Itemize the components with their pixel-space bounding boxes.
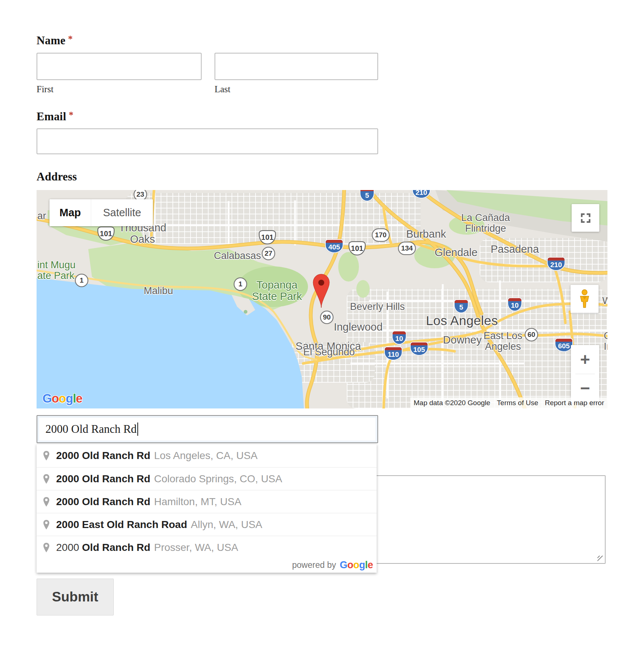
map-type-map-button[interactable]: Map	[49, 199, 91, 226]
map-city-label: Los Angeles	[426, 314, 498, 327]
fullscreen-button[interactable]	[572, 204, 599, 232]
map-city-label: Glendale	[435, 247, 477, 258]
last-name-input[interactable]	[215, 53, 378, 80]
address-input-value: 2000 Old Ranch Rd	[45, 422, 137, 436]
google-logo[interactable]: Google	[42, 391, 82, 406]
last-sublabel: Last	[215, 84, 230, 94]
address-autocomplete-dropdown: 2000 Old Ranch RdLos Angeles, CA, USA200…	[37, 444, 377, 573]
powered-by-text: powered by	[292, 560, 336, 570]
map-city-label: int Mugu ate Park	[37, 260, 76, 281]
route-badge: 1	[234, 277, 247, 291]
suggestion-main-text: 2000 Old Ranch Rd	[56, 473, 150, 485]
google-logo: Google	[340, 559, 373, 571]
first-sublabel: First	[37, 84, 54, 94]
route-badge: 27	[262, 247, 275, 260]
map-city-label: Malibu	[144, 286, 173, 296]
pegman-icon	[577, 289, 592, 308]
email-required-asterisk: *	[69, 110, 73, 120]
google-map[interactable]: 2310110127405101517013421021051010606051…	[37, 190, 607, 408]
email-label-text: Email	[37, 110, 66, 123]
map-city-label: La Cañada Flintridge	[461, 213, 510, 234]
map-city-label: Calabasas	[214, 251, 261, 261]
textarea-resize-grip-icon[interactable]	[597, 556, 603, 562]
name-label: Name*	[37, 34, 73, 47]
map-attribution: Map data ©2020 Google Terms of Use Repor…	[410, 397, 607, 408]
zoom-control: + −	[571, 345, 599, 403]
map-city-label: Topanga State Park	[252, 279, 302, 302]
map-city-label: ar	[37, 211, 46, 221]
map-city-label: Pasadena	[491, 244, 539, 255]
route-badge: 170	[372, 228, 390, 242]
map-city-label: Burbank	[406, 228, 446, 240]
autocomplete-suggestion[interactable]: 2000 Old Ranch RdHamilton, MT, USA	[37, 490, 377, 513]
location-pin-icon	[43, 451, 49, 460]
map-city-label: W	[602, 296, 607, 306]
suggestion-main-text: 2000 East Old Ranch Road	[56, 519, 187, 531]
pegman-button[interactable]	[571, 285, 599, 313]
map-type-satellite-button[interactable]: Satellite	[91, 199, 153, 226]
location-pin-icon	[43, 520, 49, 529]
suggestion-secondary-text: Allyn, WA, USA	[191, 519, 262, 531]
email-input[interactable]	[37, 128, 378, 154]
submit-button[interactable]: Submit	[37, 579, 114, 615]
powered-by-google: powered byGoogle	[37, 559, 377, 573]
route-badge: 60	[525, 328, 538, 341]
name-required-asterisk: *	[68, 34, 73, 44]
autocomplete-suggestion[interactable]: 2000 Old Ranch RdColorado Springs, CO, U…	[37, 467, 377, 490]
address-label-text: Address	[37, 170, 77, 183]
autocomplete-suggestion[interactable]: 2000 Old Ranch RdLos Angeles, CA, USA	[37, 444, 377, 467]
suggestion-main-text: 2000 Old Ranch Rd	[56, 542, 150, 553]
autocomplete-suggestion[interactable]: 2000 East Old Ranch RoadAllyn, WA, USA	[37, 513, 377, 536]
suggestion-secondary-text: Los Angeles, CA, USA	[154, 450, 257, 462]
route-badge: 90	[320, 311, 333, 324]
fullscreen-icon	[579, 212, 592, 224]
suggestion-secondary-text: Prosser, WA, USA	[154, 542, 238, 553]
page: Name* First Last Email* Address	[0, 0, 644, 652]
first-name-input[interactable]	[37, 53, 202, 80]
location-pin-icon	[43, 497, 49, 507]
location-pin-icon	[43, 543, 49, 552]
map-city-label: El Segundo	[303, 347, 355, 358]
map-city-label: East Los Angeles	[483, 331, 522, 352]
map-city-label: C In	[604, 331, 607, 352]
route-badge: 1	[75, 274, 88, 287]
map-city-label: Downey	[443, 334, 482, 346]
map-city-label: Beverly Hills	[350, 301, 405, 312]
location-pin-icon	[43, 474, 49, 484]
address-input[interactable]: 2000 Old Ranch Rd	[37, 415, 378, 443]
suggestion-main-text: 2000 Old Ranch Rd	[56, 450, 150, 462]
suggestion-main-text: 2000 Old Ranch Rd	[56, 496, 150, 508]
suggestion-secondary-text: Hamilton, MT, USA	[154, 496, 242, 508]
map-city-label: Inglewood	[334, 321, 383, 333]
route-badge: 134	[398, 242, 416, 255]
suggestion-secondary-text: Colorado Springs, CO, USA	[154, 473, 282, 485]
message-textarea[interactable]	[370, 475, 606, 564]
terms-of-use-link[interactable]: Terms of Use	[494, 397, 542, 408]
map-marker-pin-icon[interactable]	[312, 273, 330, 310]
name-label-text: Name	[37, 34, 65, 47]
email-label: Email*	[37, 110, 73, 123]
report-map-error-link[interactable]: Report a map error	[541, 397, 607, 408]
address-label: Address	[37, 170, 77, 183]
autocomplete-suggestion[interactable]: 2000 Old Ranch RdProsser, WA, USA	[37, 536, 377, 559]
zoom-in-button[interactable]: +	[571, 345, 599, 374]
map-type-control: Map Satellite	[49, 199, 153, 226]
map-data-text: Map data ©2020 Google	[410, 397, 493, 408]
text-cursor	[137, 422, 138, 436]
